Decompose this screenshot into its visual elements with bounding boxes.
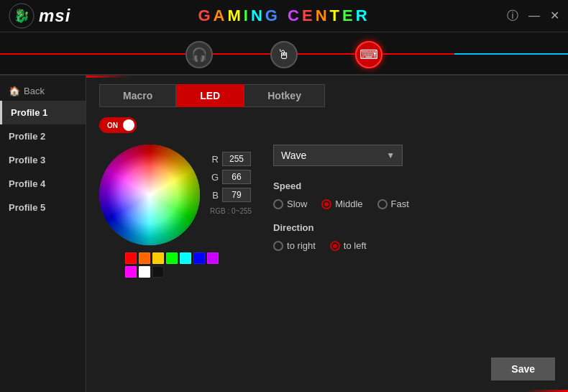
tab-macro[interactable]: Macro <box>99 84 176 107</box>
speed-slow-label: Slow <box>287 199 307 209</box>
r-input[interactable] <box>222 152 251 166</box>
color-swatch[interactable] <box>207 252 219 264</box>
color-swatch[interactable] <box>125 252 137 264</box>
led-toggle-row: ON <box>99 117 555 133</box>
msi-logo: 🐉 msi <box>9 3 70 29</box>
back-button[interactable]: 🏠 Back <box>0 81 86 101</box>
color-settings-section: R G B RGB : 0~255 <box>99 145 555 278</box>
device-nav-bar: 🎧 🖱 ⌨ <box>0 32 568 76</box>
sidebar: 🏠 Back Profile 1 Profile 2 Profile 3 Pro… <box>0 76 86 392</box>
color-wheel[interactable] <box>99 145 200 245</box>
direction-left-radio[interactable] <box>330 241 340 251</box>
speed-fast-label: Fast <box>391 199 409 209</box>
speed-middle-radio[interactable] <box>321 199 331 209</box>
save-button[interactable]: Save <box>491 357 555 380</box>
main-content: 🏠 Back Profile 1 Profile 2 Profile 3 Pro… <box>0 76 568 392</box>
brand-name: msi <box>39 6 70 26</box>
rgb-row-g: G <box>210 170 252 184</box>
back-label: Back <box>24 86 45 96</box>
direction-radio-group: to right to left <box>273 240 555 251</box>
sidebar-item-profile1[interactable]: Profile 1 <box>0 101 86 124</box>
color-swatch[interactable] <box>152 252 164 264</box>
direction-right-option[interactable]: to right <box>273 240 316 251</box>
effect-dropdown[interactable]: Wave ▼ <box>273 145 403 166</box>
settings-section: Wave ▼ Speed Slow Middle <box>273 145 555 264</box>
color-swatch[interactable] <box>139 252 150 264</box>
rgb-row-b: B <box>210 188 252 202</box>
speed-fast-option[interactable]: Fast <box>377 199 409 209</box>
led-toggle[interactable]: ON <box>99 117 137 133</box>
direction-label: Direction <box>273 222 555 233</box>
toggle-label: ON <box>107 122 118 129</box>
app-title: GAMING CENTER <box>198 6 370 25</box>
effect-dropdown-label: Wave <box>281 150 306 161</box>
direction-left-label: to left <box>344 240 367 251</box>
color-swatch[interactable] <box>125 266 137 278</box>
speed-fast-radio[interactable] <box>377 199 388 209</box>
direction-right-radio[interactable] <box>273 241 283 251</box>
speed-middle-option[interactable]: Middle <box>321 199 362 209</box>
color-swatch[interactable] <box>166 252 178 264</box>
direction-group: Direction to right to left <box>273 222 555 251</box>
r-label: R <box>210 154 219 165</box>
color-swatch[interactable] <box>139 266 150 278</box>
speed-label: Speed <box>273 181 555 191</box>
direction-left-option[interactable]: to left <box>330 240 367 251</box>
direction-right-label: to right <box>287 240 316 251</box>
tab-led[interactable]: LED <box>176 84 244 107</box>
g-label: G <box>210 172 219 183</box>
color-swatch[interactable] <box>152 266 164 278</box>
rgb-hint: RGB : 0~255 <box>210 207 252 215</box>
speed-middle-label: Middle <box>335 199 362 209</box>
dropdown-arrow-icon: ▼ <box>386 150 395 160</box>
color-swatch[interactable] <box>193 252 205 264</box>
b-input[interactable] <box>222 188 251 202</box>
back-icon: 🏠 <box>9 86 20 96</box>
close-button[interactable]: ✕ <box>550 10 559 22</box>
sidebar-item-profile4[interactable]: Profile 4 <box>0 172 86 196</box>
color-swatch[interactable] <box>180 252 191 264</box>
speed-group: Speed Slow Middle Fast <box>273 181 555 209</box>
g-input[interactable] <box>222 170 251 184</box>
color-picker-area: R G B RGB : 0~255 <box>99 145 252 278</box>
device-icons: 🎧 🖱 ⌨ <box>0 41 568 74</box>
speed-slow-option[interactable]: Slow <box>273 199 307 209</box>
keyboard-device-icon[interactable]: ⌨ <box>355 41 383 68</box>
tab-hotkey[interactable]: Hotkey <box>244 84 325 107</box>
sidebar-item-profile5[interactable]: Profile 5 <box>0 196 86 219</box>
sidebar-item-profile3[interactable]: Profile 3 <box>0 148 86 172</box>
toggle-knob <box>123 119 134 131</box>
color-swatches <box>125 252 226 278</box>
mouse-device-icon[interactable]: 🖱 <box>270 41 298 68</box>
msi-dragon-icon: 🐉 <box>9 3 35 29</box>
sidebar-item-profile2[interactable]: Profile 2 <box>0 124 86 148</box>
corner-decoration-tl <box>86 76 129 78</box>
window-controls: ⓘ — ✕ <box>507 10 559 22</box>
tab-bar: Macro LED Hotkey <box>99 84 555 107</box>
title-bar: 🐉 msi GAMING CENTER ⓘ — ✕ <box>0 0 568 32</box>
rgb-row-r: R <box>210 152 252 166</box>
speed-radio-group: Slow Middle Fast <box>273 199 555 209</box>
speed-slow-radio[interactable] <box>273 199 283 209</box>
right-panel: Macro LED Hotkey ON R <box>86 76 568 392</box>
svg-text:🐉: 🐉 <box>14 8 30 24</box>
b-label: B <box>210 190 219 201</box>
info-button[interactable]: ⓘ <box>507 10 518 22</box>
rgb-inputs: R G B RGB : 0~255 <box>210 152 252 215</box>
headset-device-icon[interactable]: 🎧 <box>185 41 213 68</box>
minimize-button[interactable]: — <box>528 10 540 22</box>
